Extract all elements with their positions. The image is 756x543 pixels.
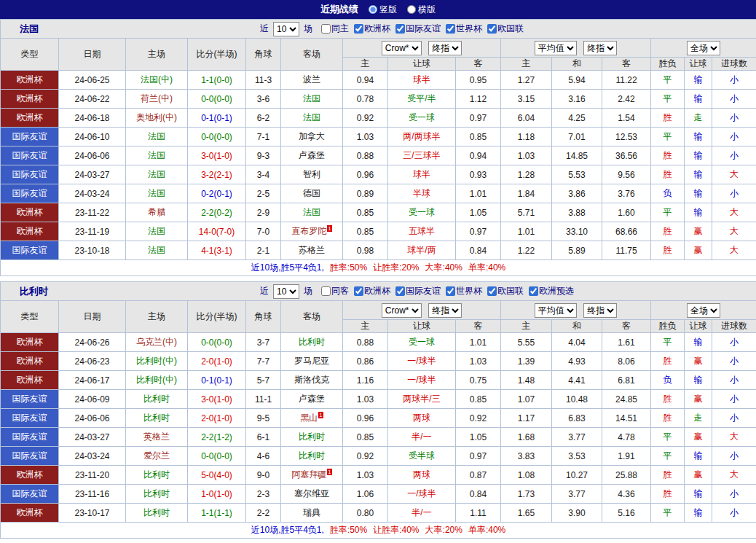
- filter-item-5[interactable]: 欧洲预选: [529, 285, 574, 297]
- score-link[interactable]: 2-0(1-0): [201, 356, 232, 367]
- away-team-name[interactable]: 法国: [303, 93, 320, 103]
- filter-item-4[interactable]: 欧国联: [487, 285, 524, 297]
- bookmaker-select[interactable]: Crow*: [382, 303, 422, 318]
- home-team-name[interactable]: 乌克兰(中): [136, 337, 177, 347]
- filter-checkbox[interactable]: [487, 24, 497, 34]
- away-team-name[interactable]: 直布罗陀: [291, 226, 326, 236]
- score-link[interactable]: 14-0(7-0): [199, 227, 235, 237]
- home-team-name[interactable]: 比利时(中): [136, 375, 177, 385]
- away-team-name[interactable]: 波兰: [303, 74, 320, 85]
- view-option-vertical[interactable]: 竖版: [369, 4, 397, 16]
- home-team-name[interactable]: 法国(中): [141, 74, 173, 85]
- filter-item-3[interactable]: 世界杯: [446, 23, 482, 35]
- home-team-name[interactable]: 希腊: [148, 207, 165, 217]
- home-team-name[interactable]: 法国: [148, 188, 165, 198]
- away-team-name[interactable]: 德国: [303, 188, 320, 198]
- score-link[interactable]: 2-0(1-0): [201, 413, 232, 423]
- filter-checkbox[interactable]: [529, 286, 538, 296]
- away-team-name[interactable]: 卢森堡: [299, 394, 325, 404]
- filter-checkbox[interactable]: [354, 286, 363, 296]
- away-team-name[interactable]: 比利时: [299, 337, 325, 347]
- avg-stage-select[interactable]: 终指: [583, 303, 617, 318]
- score-link[interactable]: 0-1(0-1): [201, 113, 232, 123]
- away-team-name[interactable]: 比利时: [299, 450, 325, 461]
- score-link[interactable]: 0-0(0-0): [201, 451, 232, 461]
- score-link[interactable]: 3-0(1-0): [201, 151, 232, 161]
- home-team-name[interactable]: 法国: [148, 169, 165, 179]
- score-link[interactable]: 0-0(0-0): [201, 94, 232, 104]
- home-team-name[interactable]: 法国: [148, 150, 165, 160]
- home-team-name[interactable]: 比利时: [143, 394, 170, 404]
- away-team-name[interactable]: 黑山: [300, 413, 318, 423]
- average-select[interactable]: 平均值: [535, 41, 577, 55]
- score-link[interactable]: 1-0(1-0): [201, 489, 232, 499]
- away-team-name[interactable]: 比利时: [299, 431, 325, 442]
- filter-item-3[interactable]: 世界杯: [446, 285, 482, 297]
- score-link[interactable]: 0-0(0-0): [201, 132, 232, 142]
- recent-count-select[interactable]: 10: [273, 284, 299, 299]
- away-team-name[interactable]: 智利: [303, 169, 320, 179]
- away-team-name[interactable]: 加拿大: [299, 131, 325, 141]
- filter-checkbox[interactable]: [321, 24, 331, 34]
- filter-item-2[interactable]: 国际友谊: [395, 23, 441, 35]
- home-team-name[interactable]: 法国: [148, 245, 165, 255]
- home-team-name[interactable]: 比利时: [143, 507, 170, 517]
- filter-checkbox[interactable]: [354, 24, 363, 34]
- view-horizontal-radio[interactable]: [407, 5, 416, 14]
- score-link[interactable]: 0-2(0-1): [201, 189, 232, 199]
- home-team-name[interactable]: 荷兰(中): [141, 93, 173, 103]
- home-team-name[interactable]: 比利时(中): [136, 356, 177, 366]
- filter-checkbox[interactable]: [446, 286, 455, 296]
- odds-stage-select[interactable]: 终指: [428, 303, 462, 318]
- away-team-name[interactable]: 苏格兰: [299, 245, 325, 255]
- score-link[interactable]: 5-0(4-0): [201, 470, 232, 480]
- filter-item-2[interactable]: 国际友谊: [395, 285, 441, 297]
- score-cell: 2-0(1-0): [188, 352, 246, 371]
- away-team-name[interactable]: 斯洛伐克: [294, 375, 329, 385]
- view-option-horizontal[interactable]: 横版: [407, 4, 436, 16]
- home-team-name[interactable]: 比利时: [143, 469, 170, 480]
- away-team-name[interactable]: 法国: [303, 112, 320, 122]
- filter-item-1[interactable]: 欧洲杯: [354, 285, 390, 297]
- home-team-name[interactable]: 爱尔兰: [143, 450, 170, 461]
- filter-checkbox[interactable]: [321, 286, 331, 296]
- score-link[interactable]: 2-2(0-2): [201, 208, 232, 218]
- filter-checkbox[interactable]: [395, 24, 405, 34]
- away-team-name[interactable]: 卢森堡: [299, 150, 325, 160]
- score-link[interactable]: 3-2(2-1): [201, 170, 232, 180]
- score-link[interactable]: 1-1(1-1): [201, 508, 232, 518]
- home-team-name[interactable]: 奥地利(中): [136, 112, 177, 122]
- home-team-name[interactable]: 法国: [148, 131, 165, 141]
- filter-item-0[interactable]: 同主: [321, 23, 349, 35]
- filter-checkbox[interactable]: [446, 24, 455, 34]
- avg-home-odds: 3.83: [501, 447, 552, 466]
- away-team-name[interactable]: 塞尔维亚: [294, 488, 329, 499]
- score-link[interactable]: 4-1(3-1): [201, 246, 232, 256]
- away-team-name[interactable]: 阿塞拜疆: [291, 469, 326, 480]
- score-link[interactable]: 2-2(1-2): [201, 432, 232, 442]
- recent-count-select[interactable]: 10: [273, 22, 299, 36]
- score-link[interactable]: 1-1(0-0): [201, 75, 232, 85]
- filter-item-4[interactable]: 欧国联: [487, 23, 524, 35]
- home-team-name[interactable]: 英格兰: [143, 431, 170, 442]
- view-vertical-radio[interactable]: [369, 5, 377, 14]
- score-link[interactable]: 0-1(0-1): [201, 375, 232, 386]
- score-link[interactable]: 0-0(0-0): [201, 337, 232, 348]
- away-team-name[interactable]: 法国: [303, 207, 320, 217]
- average-select[interactable]: 平均值: [535, 303, 577, 318]
- filter-item-1[interactable]: 欧洲杯: [354, 23, 390, 35]
- odds-stage-select[interactable]: 终指: [428, 41, 462, 55]
- avg-stage-select[interactable]: 终指: [583, 41, 617, 55]
- filter-checkbox[interactable]: [487, 286, 497, 296]
- scope-select[interactable]: 全场: [687, 303, 720, 318]
- filter-item-0[interactable]: 同客: [321, 285, 349, 297]
- filter-checkbox[interactable]: [395, 286, 405, 296]
- home-team-name[interactable]: 法国: [148, 226, 165, 236]
- score-link[interactable]: 3-0(1-0): [201, 394, 232, 405]
- scope-select[interactable]: 全场: [687, 41, 720, 55]
- away-team-name[interactable]: 罗马尼亚: [294, 356, 329, 366]
- home-team-name[interactable]: 比利时: [143, 488, 170, 499]
- bookmaker-select[interactable]: Crow*: [382, 41, 422, 55]
- away-team-name[interactable]: 瑞典: [303, 507, 320, 517]
- home-team-name[interactable]: 比利时: [143, 413, 170, 423]
